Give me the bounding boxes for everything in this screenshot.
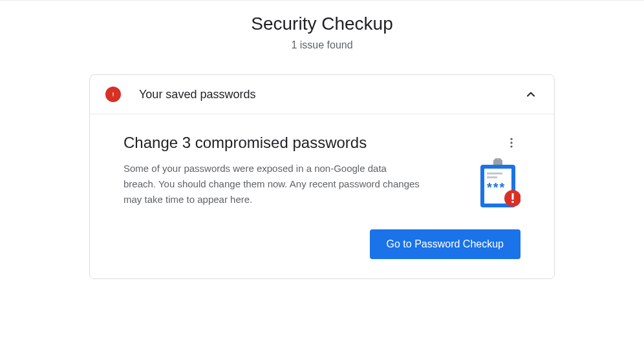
svg-rect-12 bbox=[512, 201, 514, 203]
svg-point-2 bbox=[510, 145, 512, 147]
card-body-title: Change 3 compromised passwords bbox=[123, 134, 462, 152]
chevron-up-icon bbox=[523, 87, 539, 102]
svg-rect-11 bbox=[512, 193, 514, 200]
card-header-title: Your saved passwords bbox=[139, 88, 523, 101]
alert-icon bbox=[105, 87, 121, 102]
svg-text:***: *** bbox=[487, 180, 506, 194]
svg-rect-8 bbox=[487, 176, 497, 178]
page-title: Security Checkup bbox=[0, 14, 644, 34]
card-body-description: Some of your passwords were exposed in a… bbox=[123, 161, 421, 207]
page-subtitle: 1 issue found bbox=[0, 39, 644, 51]
svg-rect-7 bbox=[487, 173, 502, 174]
card-body: Change 3 compromised passwords Some of y… bbox=[90, 114, 554, 278]
card-header-toggle[interactable]: Your saved passwords bbox=[90, 75, 554, 114]
security-card: Your saved passwords Change 3 compromise… bbox=[89, 74, 555, 279]
svg-point-0 bbox=[510, 138, 512, 140]
svg-point-1 bbox=[510, 141, 512, 143]
clipboard-password-icon: *** bbox=[475, 158, 521, 210]
go-to-password-checkup-button[interactable]: Go to Password Checkup bbox=[370, 229, 521, 259]
more-options-button[interactable] bbox=[502, 134, 521, 152]
